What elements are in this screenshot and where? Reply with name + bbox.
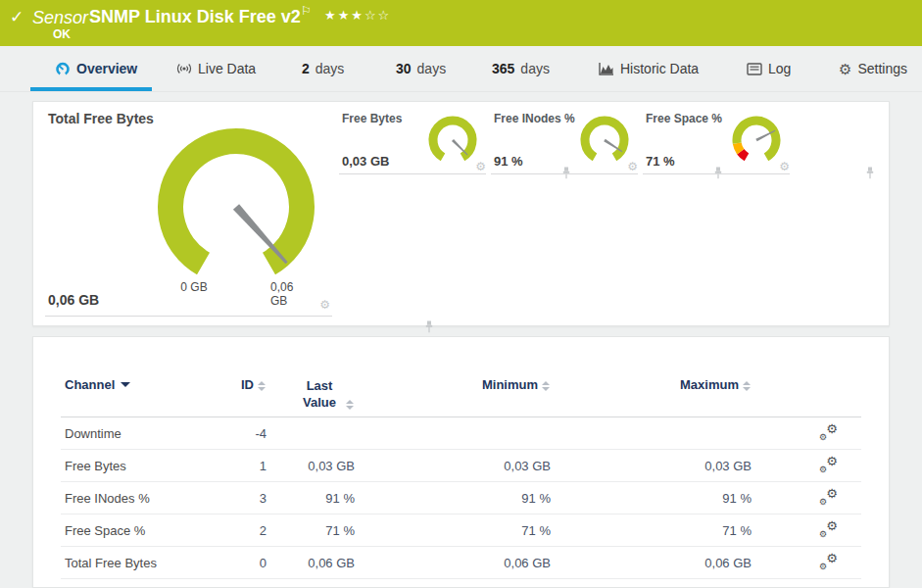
tab-365-days[interactable]: 365 days [492,46,550,91]
channel-name: Total Free Bytes [61,556,208,570]
column-header-id[interactable]: ID [208,337,276,416]
sort-desc-icon [121,382,130,387]
channel-name: Free INodes % [61,491,208,506]
primary-gauge [150,123,322,282]
channel-name: Downtime [61,426,208,441]
channels-table: Channel ID Last Value Minimum Maximum Do… [61,337,861,579]
sort-icon [542,380,551,392]
gauge-value: 0,06 GB [48,292,99,308]
channel-maximum: 91 % [560,491,761,506]
column-header-channel[interactable]: Channel [61,337,208,416]
table-row-free-space: Free Space % 2 71 % 71 % 71 % ⚙⚙ [61,514,861,547]
object-kind-label: Sensor [32,8,88,28]
tab-live-data[interactable]: Live Data [176,46,256,91]
gauge-title: Free Space % [646,112,722,125]
tab-historic-data[interactable]: Historic Data [599,46,699,91]
channel-minimum: 0,03 GB [364,459,560,473]
channel-last-value: 0,03 GB [276,459,364,473]
tab-30-days[interactable]: 30 days [396,46,446,91]
channel-id: -4 [208,426,276,441]
tab-log[interactable]: Log [747,46,791,91]
gauge-max-label: 0,06 GB [270,280,312,308]
sensor-title: SNMP Linux Disk Free v2 [89,7,301,27]
gauge-actions: ⚙ [475,161,486,172]
gauge-title: Total Free Bytes [48,111,154,126]
table-row-downtime: Downtime -4 ⚙⚙ [61,417,861,450]
gear-icon[interactable]: ⚙ [779,161,790,172]
tab-label: Log [768,61,791,76]
tab-label: Live Data [198,61,256,76]
tab-label: Overview [76,61,137,76]
gauge-title: Free Bytes [342,112,402,125]
channel-settings-gears-icon[interactable]: ⚙⚙ [819,490,838,506]
channel-settings-gears-icon[interactable]: ⚙⚙ [819,425,838,441]
tab-2-days[interactable]: 2 days [302,46,344,91]
channel-last-value: 71 % [276,523,364,538]
column-label: Minimum [482,377,538,392]
channel-name: Free Bytes [61,459,208,473]
flag-icon[interactable]: ⚐ [301,4,312,18]
gauge-min-label: 0 GB [180,280,207,294]
column-label: ID [241,377,254,392]
channel-id: 0 [208,556,276,570]
tab-overview[interactable]: Overview [55,46,137,91]
column-label: Maximum [680,377,739,392]
gear-icon[interactable]: ⚙ [475,161,486,172]
tab-settings[interactable]: ⚙ Settings [839,46,907,91]
channel-id: 2 [208,523,276,538]
status-check-icon: ✓ [10,7,24,27]
channel-last-value: 0,06 GB [276,556,364,570]
table-row-free-inodes: Free INodes % 3 91 % 91 % 91 % ⚙⚙ [61,482,861,514]
channel-settings-gears-icon[interactable]: ⚙⚙ [819,458,838,473]
column-label: Channel [65,377,115,392]
channel-settings-gears-icon[interactable]: ⚙⚙ [819,522,838,538]
sort-icon [743,380,752,392]
channel-settings-gears-icon[interactable]: ⚙⚙ [819,555,838,570]
column-header-maximum[interactable]: Maximum [560,337,761,416]
gauge-actions: ⚙ [779,161,790,172]
channel-minimum: 71 % [364,523,560,538]
column-header-last-value[interactable]: Last Value [276,337,364,416]
small-gauge [577,113,632,166]
gauge-value: 71 % [646,154,675,169]
gauges-panel: Total Free Bytes 0 GB 0,06 GB 0,06 GB ⚙ … [32,101,890,326]
gear-icon[interactable]: ⚙ [627,161,638,172]
area-chart-icon [599,62,614,75]
channel-name: Free Space % [61,523,208,538]
sort-icon [346,399,355,411]
priority-stars[interactable]: ★★★☆☆ [324,8,391,23]
gauge-block-total-free-bytes: Total Free Bytes 0 GB 0,06 GB 0,06 GB ⚙ [45,102,332,317]
tab-number: 30 [396,61,412,76]
gauge-title: Free INodes % [494,112,575,125]
channel-minimum: 91 % [364,491,560,506]
small-gauge [729,113,784,166]
channel-last-value: 91 % [276,491,364,506]
channel-minimum: 0,06 GB [364,556,560,570]
pin-icon[interactable] [424,320,434,333]
tab-unit: days [520,61,550,76]
table-row-free-bytes: Free Bytes 1 0,03 GB 0,03 GB 0,03 GB ⚙⚙ [61,450,861,482]
tab-label: Historic Data [620,61,699,76]
gauge-block-free-space: Free Space % 71 % ⚙ [643,107,790,174]
small-gauge [425,113,480,166]
tab-number: 2 [302,61,310,76]
tab-bar: Overview Live Data 2 days 30 days 365 da… [0,46,922,92]
gear-icon[interactable]: ⚙ [319,299,330,311]
gauge-actions: ⚙ [319,299,330,311]
tab-label: Settings [857,61,907,76]
gear-icon: ⚙ [839,62,851,76]
table-row-total-free-bytes: Total Free Bytes 0 0,06 GB 0,06 GB 0,06 … [61,547,861,579]
pin-icon[interactable] [865,167,875,179]
sort-icon [258,380,267,392]
channel-id: 1 [208,459,276,473]
sensor-status-banner: ✓ Sensor SNMP Linux Disk Free v2 ⚐ ★★★☆☆… [0,0,922,46]
gauge-icon [55,61,71,76]
log-list-icon [747,63,762,75]
column-header-minimum[interactable]: Minimum [364,337,560,416]
gauge-actions: ⚙ [627,161,638,172]
table-header-row: Channel ID Last Value Minimum Maximum [61,337,861,417]
channel-maximum: 71 % [560,523,761,538]
tab-number: 365 [492,61,514,76]
tab-unit: days [417,61,447,76]
gauge-block-free-inodes: Free INodes % 91 % ⚙ [491,107,638,174]
